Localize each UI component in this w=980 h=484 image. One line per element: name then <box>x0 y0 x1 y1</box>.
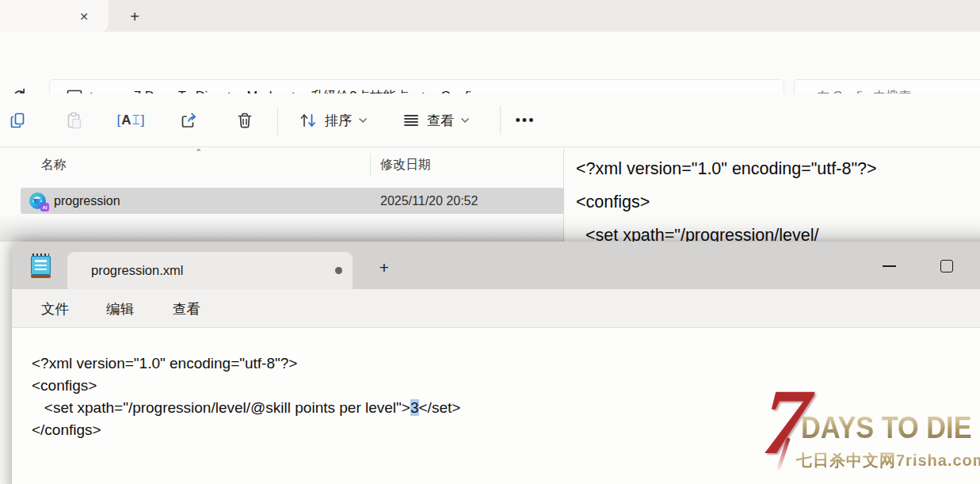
notepad-app-icon <box>30 253 51 278</box>
unsaved-changes-dot-icon <box>335 267 342 274</box>
chevron-down-icon <box>358 117 368 124</box>
explorer-active-tab[interactable]: ✕ <box>0 0 109 32</box>
menu-file[interactable]: 文件 <box>32 296 78 321</box>
tab-close-icon[interactable]: ✕ <box>74 7 93 26</box>
view-icon <box>402 111 421 130</box>
maximize-icon <box>940 260 953 272</box>
column-divider[interactable] <box>370 154 371 176</box>
code-line: <configs> <box>32 375 460 397</box>
copy-button[interactable] <box>0 104 36 137</box>
minimize-icon <box>883 265 896 267</box>
code-line: </configs> <box>32 419 460 441</box>
toolbar-divider <box>277 106 278 135</box>
menu-edit[interactable]: 编辑 <box>97 296 143 321</box>
notepad-menubar: 文件 编辑 查看 <box>12 289 980 327</box>
notepad-titlebar[interactable]: progression.xml + <box>12 242 980 289</box>
edge-file-icon: AI <box>29 192 46 209</box>
address-row: … 7 Days To Die Mods 升级给3点技能点 Config <box>0 32 980 93</box>
xml-code: <?xml version="1.0" encoding="utf-8"?> <… <box>32 353 460 441</box>
file-date-modified: 2025/11/20 20:52 <box>380 194 478 208</box>
screen: ✕ + … 7 Days To Die Mods 升级给3点技能点 <box>0 0 980 484</box>
column-header-date-modified[interactable]: 修改日期 <box>380 157 431 173</box>
file-row-progression[interactable]: AI progression 2025/11/20 20:52 <box>21 188 564 214</box>
minimize-button[interactable] <box>871 253 906 280</box>
preview-line: <configs> <box>576 185 980 219</box>
delete-button[interactable] <box>227 104 263 137</box>
command-toolbar: [A⌶] 排序 查看 ••• <box>0 93 980 147</box>
sort-ascending-icon: ⌃ <box>195 147 202 158</box>
share-button[interactable] <box>170 104 207 137</box>
sort-label: 排序 <box>325 112 352 130</box>
notepad-tab-title: progression.xml <box>91 263 183 278</box>
preview-pane: <?xml version="1.0" encoding="utf-8"?> <… <box>576 152 980 252</box>
code-line: <?xml version="1.0" encoding="utf-8"?> <box>32 353 460 375</box>
notepad-new-tab-button[interactable]: + <box>370 255 398 280</box>
explorer-tab-strip: ✕ + <box>0 0 980 32</box>
more-options-button[interactable]: ••• <box>507 104 543 137</box>
notepad-drop-shadow <box>0 214 564 242</box>
file-name: progression <box>54 194 120 208</box>
more-icon: ••• <box>516 112 536 129</box>
toolbar-divider <box>500 106 501 135</box>
notepad-text-area[interactable]: <?xml version="1.0" encoding="utf-8"?> <… <box>12 327 980 484</box>
rename-button[interactable]: [A⌶] <box>112 104 149 137</box>
view-label: 查看 <box>427 112 454 130</box>
notepad-tab-progression-xml[interactable]: progression.xml <box>67 252 353 289</box>
menu-view[interactable]: 查看 <box>163 296 210 321</box>
selected-text: 3 <box>410 399 419 416</box>
sort-button[interactable]: 排序 <box>290 104 376 137</box>
new-tab-button[interactable]: + <box>124 6 146 28</box>
sort-icon <box>298 111 318 130</box>
notepad-window: progression.xml + 文件 编辑 查看 <?xml version… <box>12 242 980 484</box>
rename-icon: [A⌶] <box>117 112 145 128</box>
preview-line: <?xml version="1.0" encoding="utf-8"?> <box>576 152 980 185</box>
column-header-name[interactable]: 名称 <box>41 157 67 173</box>
maximize-button[interactable] <box>929 253 964 280</box>
chevron-down-icon <box>460 117 470 124</box>
ai-badge-icon: AI <box>40 203 49 212</box>
code-line: <set xpath="/progression/level/@skill po… <box>32 397 460 419</box>
view-button[interactable]: 查看 <box>394 104 478 137</box>
paste-button <box>56 104 93 137</box>
